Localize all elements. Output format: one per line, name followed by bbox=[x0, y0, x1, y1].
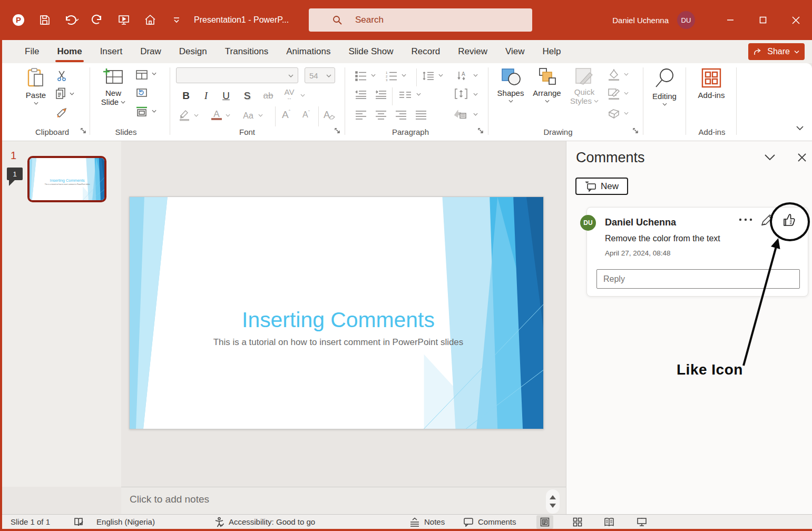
text-direction-chevron-icon[interactable] bbox=[473, 74, 478, 77]
numbering-chevron-icon[interactable] bbox=[402, 74, 406, 77]
normal-view-button[interactable] bbox=[536, 515, 553, 529]
user-name[interactable]: Daniel Uchenna bbox=[612, 16, 669, 25]
maximize-button[interactable] bbox=[747, 0, 779, 40]
tab-design[interactable]: Design bbox=[170, 40, 216, 63]
tab-draw[interactable]: Draw bbox=[131, 40, 170, 63]
italic-button[interactable]: I bbox=[198, 88, 214, 103]
editing-button[interactable]: Editing bbox=[646, 67, 683, 106]
case-chevron-icon[interactable] bbox=[258, 114, 263, 117]
columns-button[interactable] bbox=[398, 88, 412, 101]
text-shadow-button[interactable]: S bbox=[239, 88, 255, 103]
language-status[interactable]: English (Nigeria) bbox=[96, 517, 155, 526]
font-name-combo[interactable] bbox=[176, 67, 298, 83]
paste-button[interactable]: Paste bbox=[19, 67, 53, 105]
font-size-combo[interactable]: 54 bbox=[305, 67, 335, 83]
highlight-color-button[interactable] bbox=[178, 109, 192, 121]
powerpoint-logo-icon[interactable]: P bbox=[11, 12, 26, 28]
spacing-chevron-icon[interactable] bbox=[300, 94, 305, 97]
slide-title-text[interactable]: Inserting Comments bbox=[242, 308, 435, 332]
align-right-button[interactable] bbox=[394, 109, 408, 121]
shape-outline-chevron-icon[interactable] bbox=[624, 92, 629, 95]
comments-collapse-chevron-icon[interactable] bbox=[764, 154, 776, 161]
shape-effects-chevron-icon[interactable] bbox=[624, 112, 629, 115]
tab-file[interactable]: File bbox=[16, 40, 48, 63]
text-direction-button[interactable]: A bbox=[456, 70, 470, 82]
justify-button[interactable] bbox=[414, 109, 428, 121]
collapse-ribbon-chevron-icon[interactable] bbox=[796, 125, 804, 131]
slide-sorter-view-button[interactable] bbox=[569, 515, 586, 529]
shape-fill-button[interactable] bbox=[607, 68, 621, 81]
underline-button[interactable]: U bbox=[218, 88, 234, 103]
decrease-indent-button[interactable] bbox=[354, 88, 368, 101]
columns-chevron-icon[interactable] bbox=[416, 93, 421, 96]
smartart-chevron-icon[interactable] bbox=[473, 113, 478, 116]
clear-formatting-button[interactable]: A bbox=[321, 107, 337, 122]
slideshow-view-button[interactable] bbox=[633, 515, 650, 529]
line-spacing-button[interactable] bbox=[422, 70, 435, 82]
bullets-chevron-icon[interactable] bbox=[371, 74, 376, 77]
increase-font-button[interactable]: Aˆ bbox=[278, 107, 294, 122]
reset-slide-button[interactable] bbox=[135, 86, 149, 99]
slide-layout-button[interactable] bbox=[135, 68, 149, 81]
notes-toggle-button[interactable]: Notes bbox=[409, 517, 445, 527]
search-input[interactable]: Search bbox=[309, 8, 532, 32]
slide-canvas[interactable]: Inserting Comments This is a tutorial on… bbox=[129, 196, 544, 429]
save-icon[interactable] bbox=[37, 12, 53, 28]
accessibility-status[interactable]: Accessibility: Good to go bbox=[214, 517, 315, 527]
comments-toggle-button[interactable]: Comments bbox=[463, 517, 516, 527]
undo-icon[interactable] bbox=[63, 12, 79, 28]
copy-chevron-icon[interactable] bbox=[70, 92, 74, 95]
font-color-chevron-icon[interactable] bbox=[226, 114, 230, 117]
numbering-button[interactable]: 123 bbox=[385, 70, 398, 82]
tab-transitions[interactable]: Transitions bbox=[216, 40, 278, 63]
align-text-chevron-icon[interactable] bbox=[473, 93, 478, 96]
copy-button[interactable] bbox=[54, 87, 67, 100]
cut-button[interactable] bbox=[55, 70, 69, 82]
new-comment-button[interactable]: New bbox=[575, 178, 628, 195]
clipboard-dialog-launcher[interactable] bbox=[80, 127, 89, 136]
section-button[interactable] bbox=[135, 105, 149, 118]
spellcheck-icon[interactable] bbox=[73, 517, 84, 527]
bullets-button[interactable] bbox=[354, 70, 368, 82]
start-slideshow-icon[interactable] bbox=[116, 12, 132, 28]
tab-record[interactable]: Record bbox=[402, 40, 449, 63]
drawing-dialog-launcher[interactable] bbox=[632, 127, 641, 136]
home-icon[interactable] bbox=[142, 12, 158, 28]
tab-animations[interactable]: Animations bbox=[277, 40, 339, 63]
character-spacing-button[interactable]: AV↔ bbox=[281, 87, 297, 102]
thumbnail-comment-badge[interactable]: 1 bbox=[7, 168, 23, 180]
scroll-up-icon[interactable] bbox=[550, 492, 556, 499]
addins-button[interactable]: Add-ins bbox=[693, 67, 729, 100]
shape-fill-chevron-icon[interactable] bbox=[624, 73, 629, 76]
arrange-button[interactable]: Arrange bbox=[530, 67, 564, 103]
user-avatar[interactable]: DU bbox=[677, 11, 695, 29]
align-left-button[interactable] bbox=[354, 109, 368, 121]
minimize-button[interactable] bbox=[714, 0, 747, 40]
slide-subtitle-text[interactable]: This is a tutorial on how to insert comm… bbox=[213, 337, 464, 347]
comment-more-options-icon[interactable] bbox=[739, 218, 752, 221]
font-color-button[interactable]: A bbox=[209, 107, 224, 122]
slide-thumbnail[interactable]: Inserting Comments This is a tutorial on… bbox=[27, 156, 106, 202]
new-slide-button[interactable]: New Slide bbox=[96, 67, 131, 105]
increase-indent-button[interactable] bbox=[374, 88, 388, 101]
close-button[interactable] bbox=[779, 0, 812, 40]
highlight-chevron-icon[interactable] bbox=[194, 114, 199, 117]
shapes-button[interactable]: Shapes bbox=[494, 67, 527, 103]
strikethrough-button[interactable]: ab bbox=[260, 88, 276, 103]
tab-view[interactable]: View bbox=[496, 40, 534, 63]
decrease-font-button[interactable]: Aˇ bbox=[298, 107, 314, 122]
align-center-button[interactable] bbox=[374, 109, 388, 121]
tab-help[interactable]: Help bbox=[534, 40, 570, 63]
convert-smartart-button[interactable] bbox=[453, 107, 467, 120]
font-dialog-launcher[interactable] bbox=[334, 127, 343, 136]
layout-chevron-icon[interactable] bbox=[152, 72, 156, 75]
tab-insert[interactable]: Insert bbox=[91, 40, 132, 63]
tab-review[interactable]: Review bbox=[449, 40, 496, 63]
quick-styles-button[interactable]: Quick Styles bbox=[567, 67, 602, 104]
scroll-down-icon[interactable] bbox=[550, 504, 556, 511]
shape-outline-button[interactable] bbox=[607, 87, 621, 100]
tab-slideshow[interactable]: Slide Show bbox=[339, 40, 402, 63]
section-chevron-icon[interactable] bbox=[152, 110, 156, 113]
slide-counter[interactable]: Slide 1 of 1 bbox=[11, 517, 50, 526]
share-button[interactable]: Share bbox=[748, 43, 805, 60]
